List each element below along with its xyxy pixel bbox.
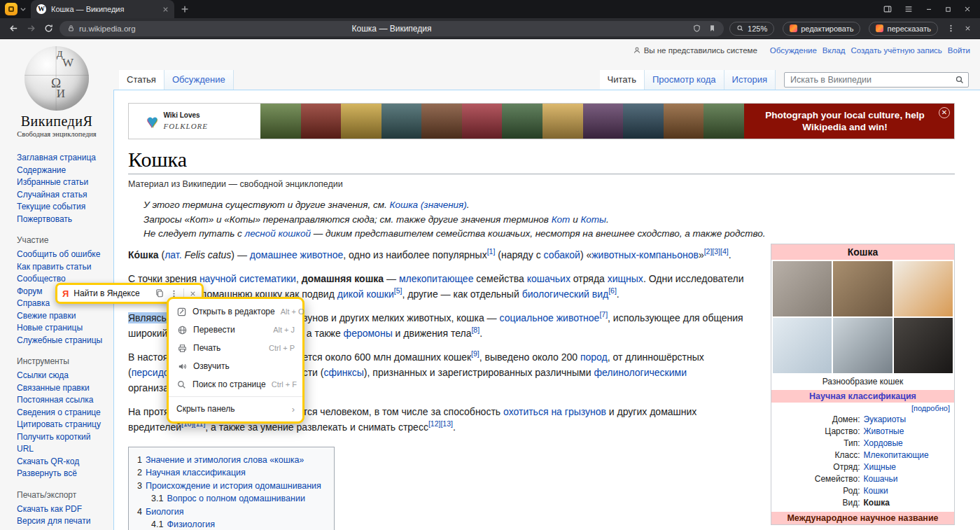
minimize-icon[interactable]: [925, 5, 933, 13]
cat-photo[interactable]: [773, 261, 832, 316]
sidebar-item[interactable]: Заглавная страница: [17, 152, 109, 165]
sidebar-item[interactable]: Связанные правки: [17, 382, 109, 395]
view-tab[interactable]: Просмотр кода: [645, 70, 724, 90]
reference-link[interactable]: [6]: [608, 286, 617, 295]
sidebar-item[interactable]: Новые страницы: [17, 322, 109, 335]
toc-link[interactable]: 3Происхождение и история одомашнивания: [137, 481, 321, 491]
menu-icon[interactable]: [904, 4, 913, 14]
article-link[interactable]: дикой кошки: [337, 288, 394, 300]
sidebar-item[interactable]: Версия для печати: [17, 515, 109, 528]
chevron-down-icon[interactable]: [20, 6, 27, 13]
bookmark-flag-icon[interactable]: [708, 24, 717, 33]
search-input[interactable]: [784, 72, 969, 88]
reference-link[interactable]: [9]: [471, 349, 479, 358]
sidebar-item[interactable]: Развернуть всё: [17, 468, 109, 480]
cat-photo[interactable]: [833, 261, 892, 316]
forward-icon[interactable]: [26, 23, 36, 34]
reference-link[interactable]: [7]: [599, 310, 608, 319]
article-link[interactable]: домашнее животное: [250, 249, 343, 260]
reference-link[interactable]: [8]: [471, 326, 479, 334]
article-link[interactable]: лесной кошкой: [245, 228, 311, 239]
toc-link[interactable]: 2Научная классификация: [137, 468, 246, 477]
reference-link[interactable]: [12][13]: [428, 420, 453, 428]
maximize-icon[interactable]: [944, 6, 952, 13]
toolbar-close-x-icon[interactable]: [189, 290, 197, 298]
zoom-badge[interactable]: 125%: [729, 22, 774, 36]
reference-link[interactable]: [1]: [487, 247, 496, 256]
taxonomy-value-link[interactable]: Млекопитающие: [863, 449, 955, 461]
toc-link[interactable]: 1Значение и этимология слова «кошка»: [137, 455, 304, 465]
article-link[interactable]: животных-компаньонов: [592, 249, 699, 260]
sidebar-item[interactable]: Текущие события: [17, 201, 109, 214]
sidebar-item[interactable]: Скачать QR-код: [17, 456, 109, 468]
tab-close-icon[interactable]: [162, 6, 169, 13]
wikipedia-logo[interactable]: WΩИд ВикипедиЯ Свободная энциклопедия: [0, 39, 113, 138]
personal-link[interactable]: Обсуждение: [770, 46, 817, 55]
sidebar-item[interactable]: Получить короткий URL: [17, 431, 109, 456]
article-link[interactable]: охотиться на грызунов: [503, 406, 606, 417]
article-link[interactable]: лат.: [164, 249, 181, 260]
lock-icon[interactable]: [66, 24, 76, 33]
sidebar-item[interactable]: Постоянная ссылка: [17, 394, 109, 407]
taxonomy-value-link[interactable]: Хищные: [863, 461, 955, 473]
edit-page-badge[interactable]: редактировать: [783, 22, 860, 36]
close-icon[interactable]: [963, 5, 972, 13]
namespace-tab[interactable]: Обсуждение: [164, 70, 234, 90]
details-link[interactable]: [подробно]: [911, 404, 950, 412]
taxonomy-value-link[interactable]: Хордовые: [863, 438, 955, 449]
article-link[interactable]: фелинологическими: [594, 367, 687, 378]
article-link[interactable]: научной систематики: [200, 273, 296, 284]
article-link[interactable]: млекопитающее: [399, 273, 474, 284]
address-bar[interactable]: ru.wikipedia.org Кошка — Википедия: [59, 21, 724, 36]
article-link[interactable]: феромоны: [344, 328, 393, 339]
more-options-icon[interactable]: [946, 24, 955, 33]
browser-tab[interactable]: W Кошка — Википедия: [31, 0, 174, 18]
toc-link[interactable]: 3.1Вопрос о полном одомашнивании: [151, 494, 305, 503]
personal-link[interactable]: Вклад: [822, 46, 846, 55]
sidebar-item[interactable]: Как править статьи: [17, 261, 109, 274]
reference-link[interactable]: [5]: [394, 286, 402, 295]
personal-link[interactable]: Создать учётную запись: [851, 46, 942, 55]
toc-link[interactable]: 4.1Физиология: [151, 519, 215, 529]
banner-close-icon[interactable]: ✕: [939, 107, 950, 118]
cat-photo[interactable]: [894, 318, 953, 373]
wiki-loves-folklore-banner[interactable]: ♥ Wiki Loves FOLKLORE Photograph your lo…: [128, 103, 955, 139]
article-link[interactable]: Коты: [580, 214, 606, 225]
sidebar-item[interactable]: Скачать как PDF: [17, 503, 109, 516]
hide-panel-menu-item[interactable]: Скрыть панель ›: [169, 400, 302, 418]
reference-link[interactable]: [2][3][4]: [704, 247, 729, 256]
menu-item[interactable]: Поиск по странице Ctrl + F: [169, 375, 302, 393]
new-tab-button[interactable]: [180, 4, 190, 14]
sidebar-item[interactable]: Свежие правки: [17, 310, 109, 323]
article-link[interactable]: сфинксы: [323, 367, 363, 378]
sidebar-item[interactable]: Служебные страницы: [17, 335, 109, 347]
menu-item[interactable]: Печать Ctrl + P: [169, 339, 302, 357]
namespace-tab[interactable]: Статья: [119, 70, 164, 90]
article-link[interactable]: кошачьих: [527, 273, 570, 284]
browser-profile-button[interactable]: [5, 3, 18, 15]
menu-item[interactable]: Озвучить: [169, 357, 302, 375]
sidebar-item[interactable]: Случайная статья: [17, 189, 109, 202]
article-link[interactable]: Кошка (значения): [390, 200, 467, 210]
search-in-yandex-button[interactable]: Найти в Яндексе: [74, 288, 150, 298]
protect-shield-icon[interactable]: [692, 24, 701, 33]
sidebar-item[interactable]: Сведения о странице: [17, 407, 109, 419]
taxonomy-value-link[interactable]: Кошки: [863, 485, 955, 497]
taxonomy-value-link[interactable]: Животные: [863, 426, 955, 438]
article-link[interactable]: пород: [580, 351, 608, 363]
retell-badge[interactable]: пересказать: [869, 22, 938, 36]
view-tab[interactable]: История: [724, 70, 776, 90]
toc-link[interactable]: 4Биология: [137, 507, 184, 517]
article-link[interactable]: социальное животное: [500, 312, 600, 323]
menu-item[interactable]: Открыть в редакторе Alt + O: [169, 302, 302, 321]
copy-icon[interactable]: [155, 288, 164, 298]
reload-icon[interactable]: [43, 23, 54, 34]
taxonomy-value-link[interactable]: Кошка: [863, 497, 955, 509]
article-link[interactable]: хищных: [608, 273, 643, 284]
article-link[interactable]: Кот: [552, 214, 570, 225]
sidebar-item[interactable]: Избранные статьи: [17, 176, 109, 189]
cat-photo[interactable]: [833, 318, 892, 373]
menu-item[interactable]: Перевести Alt + J: [169, 321, 302, 339]
side-panel-icon[interactable]: [883, 4, 892, 14]
taxonomy-value-link[interactable]: Эукариоты: [863, 414, 955, 426]
